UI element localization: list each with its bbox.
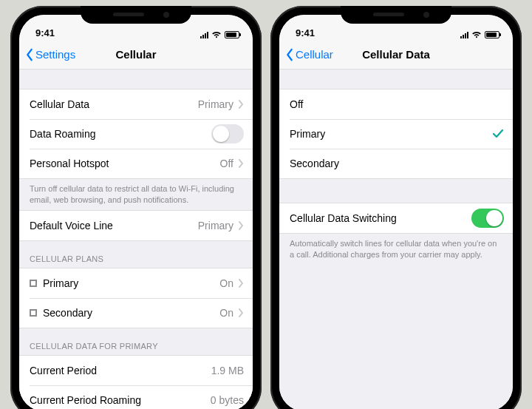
cell-value: 1.9 MB	[211, 365, 244, 376]
notch	[341, 6, 451, 24]
group-footer-switching: Automatically switch lines for cellular …	[279, 234, 513, 265]
toggle-data-switching[interactable]	[471, 209, 504, 228]
row-data-roaming[interactable]: Data Roaming	[19, 119, 253, 149]
cell-label: Off	[290, 98, 303, 110]
cell-label: Cellular Data	[30, 98, 89, 110]
status-time: 9:41	[35, 27, 55, 38]
phone-left: 9:41 Settings Cellular Cellular Data Pri…	[10, 6, 262, 409]
screen-left: 9:41 Settings Cellular Cellular Data Pri…	[19, 15, 253, 409]
row-option-primary[interactable]: Primary	[279, 119, 513, 149]
row-current-period-roaming: Current Period Roaming 0 bytes	[19, 385, 253, 409]
group-usage: Current Period 1.9 MB Current Period Roa…	[19, 355, 253, 409]
nav-bar: Cellular Cellular Data	[279, 40, 513, 70]
cell-label: Primary	[43, 277, 78, 289]
phone-right: 9:41 Cellular Cellular Data Off Primary	[270, 6, 522, 409]
cell-value: Primary	[198, 220, 233, 231]
cell-label: Primary	[290, 128, 325, 140]
row-personal-hotspot[interactable]: Personal Hotspot Off	[19, 149, 253, 178]
battery-icon	[225, 31, 239, 38]
toggle-data-roaming[interactable]	[211, 124, 244, 143]
cell-label: Data Roaming	[30, 128, 96, 140]
cell-label: Secondary	[290, 158, 339, 169]
checkmark-icon	[492, 129, 504, 138]
group-cellular: Cellular Data Primary Data Roaming Perso…	[19, 89, 253, 179]
row-plan-secondary[interactable]: Secondary On	[19, 298, 253, 328]
status-time: 9:41	[296, 27, 315, 38]
chevron-right-icon	[238, 308, 244, 317]
nav-bar: Settings Cellular	[19, 40, 253, 70]
wifi-icon	[471, 31, 482, 38]
cell-value: 0 bytes	[211, 394, 244, 406]
cellular-signal-icon	[460, 31, 468, 38]
wifi-icon	[211, 31, 222, 38]
chevron-right-icon	[238, 100, 244, 109]
group-plans: Primary On Secondary On	[19, 268, 253, 328]
group-header-plans: CELLULAR PLANS	[19, 241, 253, 268]
content-left: Cellular Data Primary Data Roaming Perso…	[19, 70, 253, 409]
chevron-right-icon	[238, 279, 244, 288]
row-current-period: Current Period 1.9 MB	[19, 356, 253, 385]
notch	[81, 6, 191, 24]
back-button[interactable]: Cellular	[285, 48, 333, 61]
sim-icon	[30, 309, 37, 317]
cell-value: Primary	[198, 98, 233, 110]
cell-label: Current Period	[30, 365, 97, 376]
cell-label: Default Voice Line	[30, 220, 113, 231]
chevron-left-icon	[25, 48, 34, 61]
row-default-voice[interactable]: Default Voice Line Primary	[19, 211, 253, 240]
back-button[interactable]: Settings	[25, 48, 75, 61]
cell-label: Current Period Roaming	[30, 394, 141, 406]
group-header-usage: CELLULAR DATA FOR PRIMARY	[19, 328, 253, 355]
chevron-right-icon	[238, 159, 244, 168]
cell-value: On	[219, 307, 233, 319]
cell-value: On	[219, 277, 233, 289]
row-option-secondary[interactable]: Secondary	[279, 149, 513, 178]
cellular-signal-icon	[200, 31, 208, 38]
group-switching: Cellular Data Switching	[279, 203, 513, 234]
screen-right: 9:41 Cellular Cellular Data Off Primary	[279, 15, 513, 409]
status-icons	[200, 31, 239, 38]
group-footer-hotspot: Turn off cellular data to restrict all d…	[19, 179, 253, 210]
sim-icon	[30, 280, 37, 287]
content-right: Off Primary Secondary Cellular Data Swit…	[279, 70, 513, 409]
row-data-switching[interactable]: Cellular Data Switching	[279, 203, 513, 233]
cell-label: Secondary	[43, 307, 92, 319]
row-option-off[interactable]: Off	[279, 89, 513, 119]
cell-value: Off	[220, 158, 233, 169]
cell-label: Cellular Data Switching	[290, 212, 397, 224]
status-icons	[460, 31, 499, 38]
group-voice: Default Voice Line Primary	[19, 210, 253, 241]
chevron-right-icon	[238, 221, 244, 230]
row-cellular-data[interactable]: Cellular Data Primary	[19, 89, 253, 119]
row-plan-primary[interactable]: Primary On	[19, 268, 253, 298]
back-label: Settings	[35, 48, 75, 61]
back-label: Cellular	[296, 48, 333, 61]
chevron-left-icon	[285, 48, 294, 61]
battery-icon	[485, 31, 499, 38]
group-options: Off Primary Secondary	[279, 89, 513, 179]
cell-label: Personal Hotspot	[30, 158, 109, 169]
